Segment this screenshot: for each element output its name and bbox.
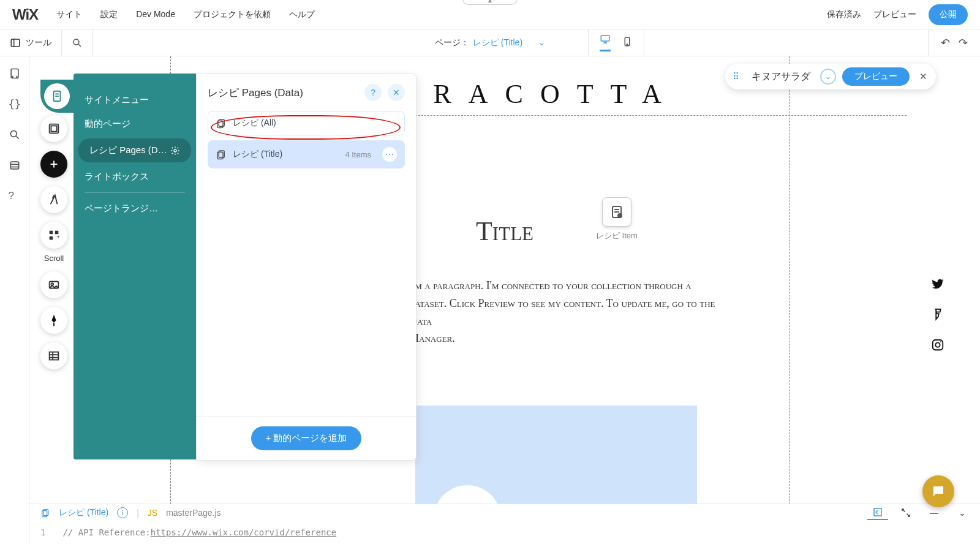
- page-stack-icon: [216, 118, 227, 129]
- rail-database-icon[interactable]: [9, 159, 21, 172]
- popout-row-title-label: レシピ (Title): [233, 149, 282, 160]
- svg-rect-0: [11, 39, 20, 47]
- tool-media[interactable]: [40, 271, 67, 298]
- code-tab-info[interactable]: i: [117, 507, 128, 518]
- media-icon: [47, 278, 61, 292]
- codebar-properties[interactable]: [867, 505, 888, 520]
- sidepanel-lightbox[interactable]: ライトボックス: [74, 165, 196, 189]
- sidepanel-transitions[interactable]: ページトランジ…: [74, 197, 196, 221]
- svg-point-20: [935, 342, 940, 347]
- tool-layouts[interactable]: [40, 115, 67, 142]
- menu-devmode[interactable]: Dev Mode: [136, 9, 175, 20]
- apps-icon: +: [47, 229, 61, 242]
- rail-help-icon[interactable]: ?: [9, 190, 21, 202]
- data-icon: [47, 349, 61, 363]
- popout-row-all[interactable]: レシピ (All): [208, 111, 405, 135]
- chat-icon: [931, 484, 946, 499]
- sidepanel-dynamic-pages[interactable]: 動的ページ: [74, 112, 196, 136]
- pen-icon: [47, 314, 61, 327]
- chevron-down-icon: ⌄: [538, 38, 545, 47]
- saved-status: 保存済み: [827, 9, 861, 20]
- tool-pen[interactable]: [40, 307, 67, 334]
- device-desktop[interactable]: [600, 34, 611, 51]
- scroll-label: Scroll: [40, 254, 67, 263]
- theme-icon: [47, 193, 61, 206]
- float-close[interactable]: ✕: [916, 71, 931, 82]
- rail-search-icon[interactable]: [9, 129, 21, 141]
- popout-row-more[interactable]: ⋯: [382, 147, 397, 162]
- float-grip-icon[interactable]: ⠿: [730, 71, 742, 82]
- pages-panel-toggle[interactable]: [44, 83, 70, 109]
- rail-braces-icon[interactable]: {}: [9, 98, 21, 110]
- preview-link[interactable]: プレビュー: [873, 9, 916, 20]
- svg-point-21: [940, 341, 941, 342]
- mobile-icon: [622, 36, 633, 47]
- wix-logo[interactable]: WiX: [12, 6, 38, 23]
- sidepanel-recipe-pages[interactable]: レシピ Pages (D…: [78, 138, 191, 162]
- chat-bubble[interactable]: [922, 475, 954, 507]
- rail-pages-icon[interactable]: [9, 67, 21, 80]
- page-name: レシピ (Title): [473, 37, 522, 48]
- page-title: Title: [476, 216, 533, 247]
- publish-button[interactable]: 公開: [929, 4, 968, 25]
- svg-rect-30: [55, 231, 59, 235]
- popout-close[interactable]: ✕: [388, 84, 405, 101]
- code-tab-1[interactable]: レシピ (Title): [59, 507, 108, 518]
- twitter-icon[interactable]: [931, 277, 944, 294]
- svg-rect-19: [933, 340, 943, 350]
- float-dataset-name: キヌアサラダ: [748, 70, 814, 83]
- svg-rect-31: [50, 236, 53, 240]
- sidepanel-site-menu[interactable]: サイトメニュー: [74, 88, 196, 112]
- page-prefix: ページ：: [435, 37, 469, 48]
- tools-label: ツール: [26, 37, 51, 48]
- codebar-minimize[interactable]: —: [924, 505, 944, 520]
- topbar-collapse-handle[interactable]: ▲: [462, 0, 518, 5]
- search-icon: [72, 37, 83, 48]
- dataset-label: レシピ Item: [596, 230, 638, 241]
- tool-add[interactable]: [40, 151, 67, 178]
- popout-row-title[interactable]: レシピ (Title) 4 Items ⋯: [208, 140, 405, 168]
- svg-point-40: [174, 149, 176, 152]
- menu-settings[interactable]: 設定: [100, 9, 118, 20]
- plus-icon: [47, 157, 61, 171]
- tool-data[interactable]: [40, 342, 67, 369]
- menu-project[interactable]: プロジェクトを依頼: [194, 9, 271, 20]
- code-line-number: 1: [40, 527, 45, 537]
- svg-rect-4: [601, 36, 609, 41]
- svg-rect-12: [10, 162, 18, 169]
- tool-apps[interactable]: +: [40, 222, 67, 249]
- gear-icon[interactable]: [170, 146, 180, 156]
- svg-line-3: [78, 44, 81, 47]
- recipe-dataset-widget[interactable]: レシピ Item: [596, 197, 638, 241]
- codebar-collapse[interactable]: ⌄: [952, 505, 973, 520]
- code-page-icon: [40, 508, 50, 518]
- svg-point-10: [10, 130, 17, 137]
- zoom-search[interactable]: [62, 29, 93, 56]
- device-mobile[interactable]: [622, 36, 633, 49]
- page-stack-icon: [216, 149, 227, 160]
- panel-toggle[interactable]: ツール: [0, 29, 62, 56]
- redo-button[interactable]: ↷: [959, 36, 968, 50]
- code-tab-2[interactable]: masterPage.js: [166, 508, 221, 518]
- foursquare-icon[interactable]: [931, 308, 944, 325]
- popout-row-title-count: 4 Items: [345, 150, 371, 159]
- code-ref-link[interactable]: https://www.wix.com/corvid/reference: [151, 527, 336, 537]
- instagram-icon[interactable]: [931, 338, 944, 355]
- add-dynamic-page-button[interactable]: + 動的ページを追加: [251, 426, 362, 450]
- svg-point-2: [74, 39, 79, 45]
- codebar-expand[interactable]: [895, 505, 916, 520]
- undo-button[interactable]: ↶: [941, 36, 950, 50]
- menu-site[interactable]: サイト: [56, 9, 82, 20]
- layouts-icon: [47, 122, 61, 135]
- svg-text:+: +: [57, 234, 60, 240]
- svg-point-18: [617, 213, 622, 218]
- tool-theme[interactable]: [40, 186, 67, 213]
- svg-rect-29: [50, 231, 53, 235]
- code-comment: // API Reference:: [62, 527, 150, 537]
- popout-help[interactable]: ?: [364, 84, 382, 101]
- float-expand[interactable]: ⌄: [820, 69, 836, 85]
- svg-point-8: [627, 44, 628, 45]
- menu-help[interactable]: ヘルプ: [289, 9, 315, 20]
- page-selector[interactable]: ページ： レシピ (Title) ⌄: [423, 29, 557, 56]
- float-preview-button[interactable]: プレビュー: [842, 67, 910, 86]
